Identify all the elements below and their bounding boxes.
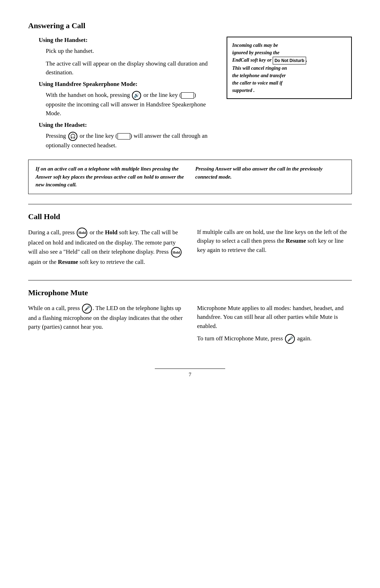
call-hold-right-col: If multiple calls are on hold, use the l… — [197, 228, 352, 270]
headset-text-middle: or the line key ( — [80, 132, 118, 139]
divider-2 — [28, 280, 352, 280]
call-hold-left-para: During a call, press Hold or the Hold so… — [28, 228, 183, 267]
bottom-note-box: If on an active call on a telephone with… — [28, 160, 352, 194]
microphone-mute-right-para2: To turn off Microphone Mute, press 🎤 aga… — [197, 334, 352, 344]
line-key-icon-2 — [118, 133, 130, 140]
call-hold-columns: During a call, press Hold or the Hold so… — [28, 228, 352, 270]
headset-icon: 🎧 — [68, 132, 77, 141]
headset-text-before: Pressing — [46, 132, 66, 139]
sidebar-endcall: EndCall soft key or — [232, 57, 273, 63]
page-number: 7 — [189, 372, 191, 377]
headset-subtitle: Using the Headset: — [39, 122, 216, 129]
hold-icon: Hold — [77, 228, 87, 238]
hold-bold-label: Hold — [105, 229, 118, 236]
sidebar-box-container: Incoming calls may beignored by pressing… — [227, 37, 352, 153]
answering-title: Answering a Call — [28, 21, 352, 30]
handsfree-text-middle: or the line key ( — [144, 92, 182, 98]
sidebar-line1: Incoming calls may beignored by pressing… — [232, 43, 279, 55]
handsfree-subtitle: Using Handsfree Speakerphone Mode: — [39, 81, 216, 88]
sidebar-line4: This will cancel ringing onthe telephone… — [232, 66, 287, 93]
microphone-mute-columns: While on a call, press 🎤. The LED on the… — [28, 304, 352, 348]
page-footer: 7 — [28, 369, 352, 378]
sidebar-period: . — [306, 57, 308, 63]
dnd-button: Do Not Disturb — [273, 57, 306, 64]
bottom-note-right: Pressing Answer will also answer the cal… — [195, 165, 344, 189]
handset-para1: Pick up the handset. — [46, 47, 216, 56]
microphone-mute-right-para1: Microphone Mute applies to all modes: ha… — [197, 304, 352, 331]
mute-icon-2: 🎤 — [285, 334, 295, 344]
handset-subtitle: Using the Handset: — [39, 37, 216, 44]
microphone-mute-left-col: While on a call, press 🎤. The LED on the… — [28, 304, 183, 348]
sidebar-box: Incoming calls may beignored by pressing… — [227, 37, 352, 99]
footer-divider — [155, 369, 225, 369]
microphone-mute-right-col: Microphone Mute applies to all modes: ha… — [197, 304, 352, 348]
hold-icon-2: Hold — [171, 247, 182, 258]
microphone-mute-section: Microphone Mute While on a call, press 🎤… — [28, 288, 352, 348]
call-hold-section: Call Hold During a call, press Hold or t… — [28, 212, 352, 270]
answering-left-col: Using the Handset: Pick up the handset. … — [28, 37, 216, 153]
bottom-note-left: If on an active call on a telephone with… — [36, 165, 185, 189]
mute-icon: 🎤 — [82, 304, 92, 314]
call-hold-title: Call Hold — [28, 212, 352, 221]
divider-1 — [28, 204, 352, 204]
resume-bold-label: Resume — [58, 259, 78, 265]
handsfree-text-before: With the handset on hook, pressing — [46, 92, 130, 98]
speaker-icon: 🔊 — [132, 91, 141, 100]
handsfree-para: With the handset on hook, pressing 🔊 or … — [46, 91, 216, 118]
headset-para: Pressing 🎧 or the line key () will answe… — [46, 131, 216, 150]
microphone-mute-title: Microphone Mute — [28, 288, 352, 297]
call-hold-left-col: During a call, press Hold or the Hold so… — [28, 228, 183, 270]
answering-section: Answering a Call Using the Handset: Pick… — [28, 21, 352, 194]
resume-bold-label-2: Resume — [286, 237, 306, 244]
line-key-icon-1 — [181, 92, 194, 99]
handset-para2: The active call will appear on the displ… — [46, 59, 216, 77]
microphone-mute-left-para: While on a call, press 🎤. The LED on the… — [28, 304, 183, 332]
call-hold-right-para: If multiple calls are on hold, use the l… — [197, 228, 352, 255]
